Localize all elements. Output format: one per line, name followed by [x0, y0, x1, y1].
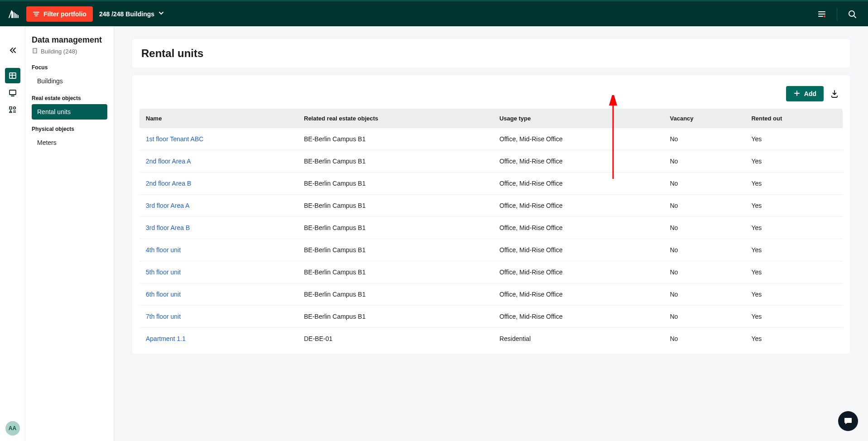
- row-usage: Office, Mid-Rise Office: [493, 283, 664, 306]
- row-usage: Office, Mid-Rise Office: [493, 217, 664, 239]
- row-name-link[interactable]: 5th floor unit: [146, 268, 181, 276]
- th-rented[interactable]: Rented out: [745, 109, 843, 128]
- row-usage: Office, Mid-Rise Office: [493, 239, 664, 261]
- row-name-link[interactable]: 1st floor Tenant ABC: [146, 135, 203, 143]
- row-vacancy: No: [663, 328, 745, 350]
- row-related: BE-Berlin Campus B1: [297, 150, 493, 173]
- row-usage: Office, Mid-Rise Office: [493, 195, 664, 217]
- page-header-card: Rental units: [132, 39, 850, 68]
- svg-rect-4: [10, 107, 12, 109]
- row-rented: Yes: [745, 150, 843, 173]
- svg-point-0: [824, 15, 825, 17]
- table-row: 5th floor unitBE-Berlin Campus B1Office,…: [139, 261, 843, 283]
- sidebar-item-rental-units[interactable]: Rental units: [32, 104, 107, 120]
- table-row: 3rd floor Area ABE-Berlin Campus B1Offic…: [139, 195, 843, 217]
- add-button[interactable]: Add: [786, 86, 824, 101]
- sidebar-group-physical: Physical objects: [32, 126, 107, 132]
- filter-portfolio-label: Filter portfolio: [43, 10, 86, 18]
- row-rented: Yes: [745, 306, 843, 328]
- row-rented: Yes: [745, 217, 843, 239]
- row-rented: Yes: [745, 195, 843, 217]
- row-related: BE-Berlin Campus B1: [297, 217, 493, 239]
- row-name-link[interactable]: 3rd floor Area A: [146, 202, 190, 209]
- sidebar-subtitle-label: Building (248): [41, 48, 77, 55]
- th-name[interactable]: Name: [139, 109, 297, 128]
- sidebar-panel: Data management Building (248) Focus Bui…: [25, 26, 114, 441]
- plus-icon: [793, 90, 801, 98]
- row-usage: Office, Mid-Rise Office: [493, 173, 664, 195]
- table-toolbar: Add: [139, 86, 843, 101]
- page-title: Rental units: [141, 47, 841, 60]
- add-button-label: Add: [804, 90, 816, 97]
- nav-rail: AA: [0, 26, 25, 441]
- table-header-row: Name Related real estate objects Usage t…: [139, 109, 843, 128]
- row-vacancy: No: [663, 283, 745, 306]
- row-related: BE-Berlin Campus B1: [297, 173, 493, 195]
- row-usage: Office, Mid-Rise Office: [493, 261, 664, 283]
- table-row: 1st floor Tenant ABCBE-Berlin Campus B1O…: [139, 128, 843, 150]
- avatar-initials: AA: [9, 425, 16, 431]
- sidebar-group-real-estate: Real estate objects: [32, 95, 107, 101]
- row-usage: Office, Mid-Rise Office: [493, 150, 664, 173]
- rail-nav-data[interactable]: [5, 68, 20, 83]
- th-related[interactable]: Related real estate objects: [297, 109, 493, 128]
- row-name-link[interactable]: 2nd floor Area A: [146, 158, 191, 165]
- row-name-link[interactable]: 2nd floor Area B: [146, 180, 191, 187]
- row-name-link[interactable]: 6th floor unit: [146, 291, 181, 298]
- row-related: BE-Berlin Campus B1: [297, 261, 493, 283]
- row-related: BE-Berlin Campus B1: [297, 239, 493, 261]
- row-vacancy: No: [663, 173, 745, 195]
- main-content: Rental units Add Name Related r: [114, 26, 868, 441]
- row-related: BE-Berlin Campus B1: [297, 283, 493, 306]
- download-button[interactable]: [830, 89, 839, 98]
- rail-nav-monitor[interactable]: [5, 85, 20, 101]
- row-rented: Yes: [745, 283, 843, 306]
- row-vacancy: No: [663, 261, 745, 283]
- sidebar-item-meters[interactable]: Meters: [32, 135, 107, 150]
- table-row: 2nd floor Area BBE-Berlin Campus B1Offic…: [139, 173, 843, 195]
- row-vacancy: No: [663, 306, 745, 328]
- row-name-link[interactable]: 7th floor unit: [146, 313, 181, 320]
- rental-units-table: Name Related real estate objects Usage t…: [139, 109, 843, 350]
- buildings-count-label: 248 /248 Buildings: [99, 10, 154, 18]
- sidebar-item-buildings[interactable]: Buildings: [32, 73, 107, 89]
- table-card: Add Name Related real estate objects Usa…: [132, 75, 850, 354]
- buildings-count-dropdown[interactable]: 248 /248 Buildings: [99, 10, 164, 18]
- app-logo[interactable]: [7, 8, 20, 20]
- row-related: BE-Berlin Campus B1: [297, 195, 493, 217]
- svg-point-5: [13, 107, 15, 109]
- sidebar-title: Data management: [32, 35, 107, 45]
- rail-nav-components[interactable]: [5, 102, 20, 118]
- row-vacancy: No: [663, 150, 745, 173]
- row-usage: Residential: [493, 328, 664, 350]
- filter-portfolio-button[interactable]: Filter portfolio: [26, 6, 93, 22]
- filter-icon: [33, 10, 40, 18]
- row-usage: Office, Mid-Rise Office: [493, 306, 664, 328]
- table-row: 7th floor unitBE-Berlin Campus B1Office,…: [139, 306, 843, 328]
- svg-rect-2: [10, 73, 16, 78]
- user-avatar[interactable]: AA: [5, 421, 20, 436]
- chat-fab[interactable]: [838, 411, 858, 431]
- building-icon: [32, 48, 38, 55]
- row-rented: Yes: [745, 173, 843, 195]
- table-row: 4th floor unitBE-Berlin Campus B1Office,…: [139, 239, 843, 261]
- collapse-sidebar-button[interactable]: [5, 43, 20, 58]
- svg-point-1: [849, 11, 854, 16]
- th-vacancy[interactable]: Vacancy: [663, 109, 745, 128]
- sidebar-group-focus: Focus: [32, 64, 107, 71]
- row-name-link[interactable]: 4th floor unit: [146, 246, 181, 254]
- topbar: Filter portfolio 248 /248 Buildings: [0, 0, 868, 26]
- row-related: BE-Berlin Campus B1: [297, 128, 493, 150]
- feed-icon-button[interactable]: [813, 5, 830, 23]
- svg-rect-3: [10, 90, 16, 95]
- row-vacancy: No: [663, 195, 745, 217]
- svg-rect-6: [33, 48, 37, 53]
- row-name-link[interactable]: Apartment 1.1: [146, 335, 186, 342]
- search-button[interactable]: [844, 5, 861, 23]
- chevron-down-icon: [158, 10, 164, 18]
- row-rented: Yes: [745, 239, 843, 261]
- row-rented: Yes: [745, 128, 843, 150]
- topbar-divider: [837, 8, 837, 20]
- th-usage[interactable]: Usage type: [493, 109, 664, 128]
- row-name-link[interactable]: 3rd floor Area B: [146, 224, 190, 231]
